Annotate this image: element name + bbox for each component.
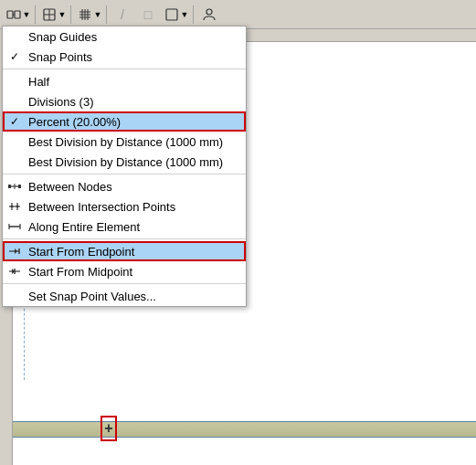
half-label: Half [28,75,49,89]
sep3 [106,5,107,24]
menu-item-snap-points[interactable]: ✓ Snap Points [3,47,246,67]
svg-rect-12 [166,9,177,20]
menu-item-distance[interactable]: Best Division by Distance (1000 mm) [3,132,246,152]
grid-dropdown-arrow[interactable]: ▼ [93,4,102,26]
menu-item-divisions[interactable]: Divisions (3) [3,91,246,111]
along-element-label: Along Entire Element [28,220,140,234]
snap-cursor [100,416,117,441]
menu-item-start-endpoint[interactable]: Start From Endpoint [3,241,246,261]
svg-point-22 [16,206,18,207]
menu-sep1 [3,69,246,69]
snap-points-label: Snap Points [28,50,92,64]
best-division-label: Best Division by Distance (1000 mm) [28,155,223,169]
percent-check: ✓ [10,115,19,128]
svg-marker-28 [15,248,17,254]
menu-item-best-division[interactable]: Best Division by Distance (1000 mm) [3,152,246,172]
menu-item-between-intersect[interactable]: Between Intersection Points [3,196,246,217]
divisions-label: Divisions (3) [28,95,94,109]
between-intersect-label: Between Intersection Points [28,200,175,214]
beam-element [13,421,476,438]
start-endpoint-label: Start From Endpoint [28,245,134,259]
svg-rect-1 [15,11,20,18]
between-intersect-icon [6,198,23,215]
svg-point-21 [11,206,13,207]
set-snap-values-label: Set Snap Point Values... [28,290,156,303]
dropdown-menu: Snap Guides ✓ Snap Points Half Divisions… [2,26,247,307]
along-element-icon [6,218,23,235]
rect-btn[interactable]: □ [136,4,160,26]
snap-icon-btn[interactable] [4,4,24,26]
snap2-dropdown-arrow[interactable]: ▼ [58,4,67,26]
menu-sep2 [3,174,246,174]
shape-dropdown-arrow[interactable]: ▼ [180,4,189,26]
menu-item-half[interactable]: Half [3,71,246,91]
svg-rect-0 [7,11,13,18]
person-btn[interactable] [197,4,221,26]
svg-rect-15 [8,185,11,188]
snap-guides-label: Snap Guides [28,30,97,44]
sep4 [193,5,194,24]
start-endpoint-icon [6,243,23,259]
shape-icon-btn[interactable] [162,4,182,26]
line-btn[interactable]: / [111,4,134,26]
svg-point-13 [206,9,212,15]
start-midpoint-label: Start From Midpoint [28,265,132,279]
grid-icon-btn[interactable] [75,4,95,26]
sep1 [35,5,36,24]
menu-item-snap-guides[interactable]: Snap Guides [3,26,246,47]
menu-item-along-element[interactable]: Along Entire Element [3,217,246,237]
menu-item-set-snap-values[interactable]: Set Snap Point Values... [3,286,246,306]
snap-dropdown-arrow[interactable]: ▼ [22,4,31,26]
svg-rect-16 [18,185,21,188]
start-midpoint-icon [6,263,23,280]
menu-item-start-midpoint[interactable]: Start From Midpoint [3,261,246,281]
percent-label: Percent (20.00%) [28,115,121,129]
between-nodes-label: Between Nodes [28,180,112,194]
snap-points-check: ✓ [10,50,19,63]
between-nodes-icon [6,178,23,195]
sep2 [70,5,71,24]
menu-item-between-nodes[interactable]: Between Nodes [3,176,246,196]
distance-label: Best Division by Distance (1000 mm) [28,135,223,149]
menu-item-percent[interactable]: ✓ Percent (20.00%) [3,111,246,132]
menu-sep3 [3,238,246,239]
snap2-icon-btn[interactable] [39,4,59,26]
menu-sep4 [3,283,246,284]
